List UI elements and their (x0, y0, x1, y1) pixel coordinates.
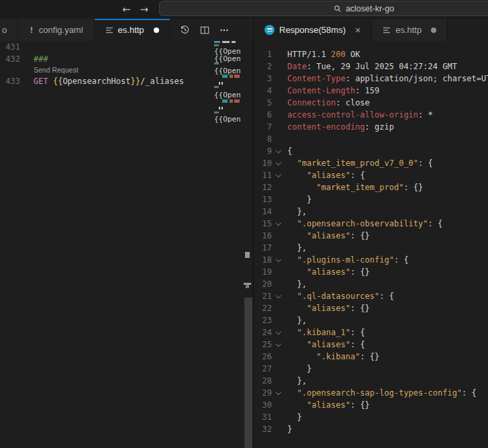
fold-column (272, 339, 287, 351)
code-line: 13 } (254, 193, 488, 206)
fold-column (272, 351, 287, 363)
tab-label: es.http (118, 25, 144, 35)
code-line: 14 }, (254, 206, 488, 218)
line-number: 10 (254, 157, 272, 169)
fold-column (272, 48, 287, 60)
response-icon (264, 25, 275, 35)
line-number: 30 (254, 399, 272, 411)
minimap-row: {{Open (214, 55, 244, 62)
line-number: 432 (0, 53, 20, 65)
code-text: ".kibana": {} (287, 351, 379, 363)
line-number: 32 (254, 423, 272, 435)
tab-label: es.http (395, 25, 422, 35)
minimap-fragment (234, 99, 240, 103)
fold-column (272, 73, 287, 85)
minimap-fragment (222, 107, 223, 109)
line-number: 26 (254, 351, 272, 363)
fold-chevron-icon[interactable] (276, 220, 281, 226)
tab-config-yaml[interactable]: !config.yaml (18, 19, 95, 41)
code-text: "aliases": {} (287, 399, 370, 411)
fold-column (272, 290, 287, 302)
scrollbar-thumb[interactable] (244, 298, 252, 448)
code-line: 28 }, (254, 375, 488, 387)
http-file-icon (105, 26, 113, 34)
code-line: 7content-encoding: gzip (254, 121, 488, 133)
tab-response[interactable]: Response(58ms)× (254, 19, 372, 41)
minimap-fragment (234, 75, 240, 78)
fold-chevron-icon[interactable] (276, 148, 281, 153)
close-tab-icon[interactable]: × (355, 26, 360, 35)
scrollbar-decoration (245, 252, 250, 258)
fold-chevron-icon[interactable] (276, 257, 281, 262)
line-number: 16 (254, 230, 272, 242)
line-number: 13 (254, 193, 272, 206)
code-text: HTTP/1.1 200 OK (287, 48, 360, 60)
response-editor[interactable]: 1HTTP/1.1 200 OK2Date: Tue, 29 Jul 2025 … (254, 41, 488, 448)
code-line: 5Connection: close (254, 97, 488, 109)
tab-es-http[interactable]: es.http (95, 19, 170, 41)
fold-chevron-icon[interactable] (276, 341, 281, 347)
tab-es-http-2[interactable]: es.http (372, 19, 448, 41)
line-number: 15 (254, 218, 272, 230)
code-line: 17 }, (254, 242, 488, 254)
left-editor-scrollbar[interactable] (244, 41, 253, 448)
fold-column (272, 399, 287, 411)
line-number: 19 (254, 266, 272, 278)
minimap-fragment (222, 41, 230, 43)
code-text: ".ql-datasources": { (287, 290, 394, 302)
code-text: "aliases": { (287, 169, 365, 181)
minimap-fragment (230, 75, 233, 78)
http-file-icon (383, 26, 391, 34)
fold-chevron-icon[interactable] (276, 160, 281, 165)
code-text: } (287, 363, 311, 375)
fold-column (272, 169, 287, 181)
codelens-send-request[interactable]: Send Request (34, 66, 79, 74)
code-text: ".opensearch-observability": { (287, 218, 442, 230)
fold-chevron-icon[interactable] (276, 293, 281, 298)
back-arrow-icon[interactable]: ← (122, 5, 131, 15)
code-text: GET {{OpensearchHost}}/_aliases (20, 75, 184, 87)
code-text: "market_item_prod_v7_0_0": { (287, 157, 433, 169)
fold-column (272, 423, 287, 435)
fold-column (272, 97, 287, 109)
code-line: 23 }, (254, 314, 488, 326)
fold-column (272, 387, 287, 399)
command-center-search[interactable]: acloset-kr-go (159, 1, 488, 16)
code-line: 15 ".opensearch-observability": { (254, 218, 488, 230)
minimap-row (214, 99, 244, 103)
code-text: }, (287, 206, 307, 218)
code-text: content-encoding: gzip (287, 121, 394, 133)
minimap[interactable]: {{Open{{Open{{Open{{Open{{Open (213, 41, 244, 448)
left-editor[interactable]: 431432###Send Request433GET {{Opensearch… (0, 41, 253, 448)
right-tab-bar: Response(58ms)×es.http (254, 19, 488, 41)
forward-arrow-icon[interactable]: → (140, 5, 149, 15)
code-text (20, 41, 34, 53)
fold-column (272, 109, 287, 121)
code-text: }, (287, 278, 307, 290)
fold-column (272, 121, 287, 133)
fold-column (272, 145, 287, 157)
code-line: 4Content-Length: 159 (254, 85, 488, 97)
code-line: 32} (254, 423, 488, 435)
code-text: } (287, 411, 302, 423)
fold-column (272, 411, 287, 423)
code-text: { (287, 145, 292, 157)
tab-label: config.yaml (39, 25, 83, 35)
code-line: 11 "aliases": { (254, 169, 488, 181)
code-line: 29 ".opensearch-sap-log-types-config": { (254, 387, 488, 399)
line-number: 9 (254, 145, 272, 157)
minimap-fragment (219, 82, 220, 85)
tab-clipped-tab[interactable]: o (0, 19, 18, 41)
dirty-indicator (154, 28, 159, 33)
fold-chevron-icon[interactable] (276, 390, 281, 395)
more-actions-button[interactable] (217, 24, 231, 37)
minimap-row (214, 82, 244, 85)
fold-column (272, 266, 287, 278)
fold-column (272, 326, 287, 339)
fold-column (272, 85, 287, 97)
split-editor-button[interactable] (198, 24, 211, 37)
fold-chevron-icon[interactable] (276, 329, 281, 334)
timeline-button[interactable] (179, 24, 192, 37)
code-line: 3Content-Type: application/json; charset… (254, 73, 488, 85)
fold-chevron-icon[interactable] (276, 172, 281, 177)
